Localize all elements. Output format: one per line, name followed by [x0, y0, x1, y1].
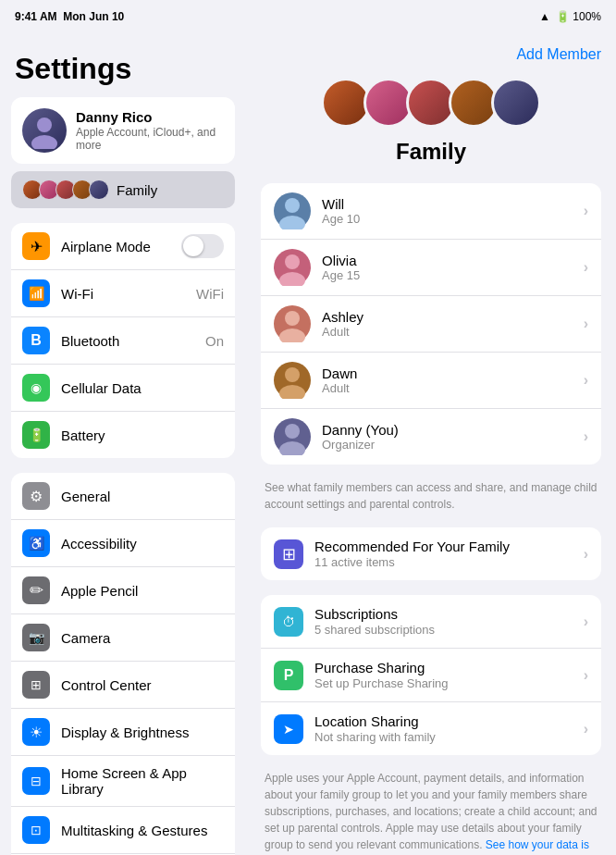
member-ashley[interactable]: Ashley Adult › [261, 296, 601, 353]
member-info-will: Will Age 10 [322, 196, 573, 226]
right-panel: Add Member Family [246, 33, 616, 855]
chevron-dawn: › [584, 372, 588, 389]
display-icon: ☀ [22, 718, 50, 746]
sidebar-item-home-screen[interactable]: ⊟ Home Screen & App Library [11, 756, 235, 807]
member-name-danny: Danny (You) [322, 422, 573, 438]
family-big-avatars [321, 78, 541, 128]
recommended-icon: ⊞ [274, 539, 303, 569]
feature-subscriptions[interactable]: ⏱ Subscriptions 5 shared subscriptions › [261, 595, 601, 649]
member-name-dawn: Dawn [322, 366, 573, 381]
sidebar-item-wifi[interactable]: 📶 Wi-Fi WiFi [11, 270, 235, 317]
member-info-olivia: Olivia Age 15 [322, 253, 573, 282]
general-label: General [61, 489, 224, 504]
family-note: See what family members can access and s… [261, 479, 601, 527]
svg-point-9 [279, 385, 305, 399]
chevron-recommended: › [584, 546, 588, 563]
feature-recommended[interactable]: ⊞ Recommended For Your Family 11 active … [261, 527, 601, 580]
purchase-sharing-info: Purchase Sharing Set up Purchase Sharing [314, 660, 573, 690]
chevron-danny: › [584, 428, 588, 445]
subscriptions-name: Subscriptions [314, 606, 573, 622]
airplane-toggle[interactable] [181, 234, 224, 258]
chevron-olivia: › [584, 259, 588, 276]
apple-pencil-label: Apple Pencil [61, 583, 224, 599]
wifi-value: WiFi [196, 286, 224, 302]
home-screen-label: Home Screen & App Library [61, 765, 224, 797]
recommended-name: Recommended For Your Family [314, 539, 573, 554]
svg-point-11 [279, 441, 305, 455]
wifi-label: Wi-Fi [61, 286, 185, 302]
member-sub-ashley: Adult [322, 325, 573, 339]
member-avatar-will [274, 192, 311, 229]
recommended-card: ⊞ Recommended For Your Family 11 active … [261, 527, 601, 580]
member-avatar-olivia [274, 249, 311, 286]
member-sub-dawn: Adult [322, 381, 573, 395]
sidebar-item-display[interactable]: ☀ Display & Brightness [11, 709, 235, 756]
status-bar: 9:41 AM Mon Jun 10 ▲ 🔋 100% [0, 0, 616, 33]
control-center-label: Control Center [61, 677, 224, 693]
member-name-ashley: Ashley [322, 309, 573, 325]
member-avatar-danny [274, 418, 311, 455]
member-name-will: Will [322, 196, 573, 212]
member-dawn[interactable]: Dawn Adult › [261, 353, 601, 409]
sidebar-item-cellular[interactable]: ◉ Cellular Data [11, 365, 235, 412]
add-member-button[interactable]: Add Member [516, 46, 601, 63]
location-sharing-icon: ➤ [274, 714, 303, 744]
svg-point-0 [37, 118, 52, 132]
subscriptions-sub: 5 shared subscriptions [314, 623, 573, 637]
status-indicators: ▲ 🔋 100% [539, 10, 601, 23]
accessibility-icon: ♿ [22, 529, 50, 557]
member-sub-danny: Organizer [322, 438, 573, 452]
accessibility-label: Accessibility [61, 536, 224, 551]
purchase-sharing-sub: Set up Purchase Sharing [314, 676, 573, 690]
sidebar-item-apple-pencil[interactable]: ✏ Apple Pencil [11, 567, 235, 614]
status-time: 9:41 AM Mon Jun 10 [15, 10, 124, 23]
location-sharing-name: Location Sharing [314, 713, 573, 729]
purchase-sharing-icon: P [274, 661, 303, 690]
apple-pencil-icon: ✏ [22, 576, 50, 604]
sidebar-item-battery[interactable]: 🔋 Battery [11, 412, 235, 458]
sidebar-item-camera[interactable]: 📷 Camera [11, 614, 235, 662]
chevron-location-sharing: › [584, 721, 588, 737]
feature-location-sharing[interactable]: ➤ Location Sharing Not sharing with fami… [261, 702, 601, 755]
sidebar-item-family[interactable]: Family [11, 171, 235, 208]
general-icon: ⚙ [22, 482, 50, 510]
battery-icon: 🔋 100% [556, 10, 601, 23]
camera-icon: 📷 [22, 624, 50, 651]
subscriptions-icon: ⏱ [274, 607, 303, 637]
airplane-icon: ✈ [22, 232, 50, 260]
profile-card[interactable]: Danny Rico Apple Account, iCloud+, and m… [11, 97, 235, 164]
multitasking-icon: ⊡ [22, 816, 50, 844]
sidebar-item-airplane[interactable]: ✈ Airplane Mode [11, 223, 235, 270]
sidebar-title: Settings [0, 33, 246, 97]
multitasking-label: Multitasking & Gestures [61, 823, 224, 838]
bluetooth-value: On [205, 333, 224, 349]
sidebar-item-multitasking[interactable]: ⊡ Multitasking & Gestures [11, 807, 235, 854]
home-screen-icon: ⊟ [22, 767, 50, 795]
member-avatar-dawn [274, 362, 311, 399]
profile-name: Danny Rico [76, 109, 224, 125]
member-olivia[interactable]: Olivia Age 15 › [261, 240, 601, 296]
sidebar-item-bluetooth[interactable]: B Bluetooth On [11, 317, 235, 365]
bluetooth-icon: B [22, 327, 50, 354]
section-general: ⚙ General ♿ Accessibility ✏ Apple Pencil… [11, 473, 235, 855]
svg-point-3 [279, 216, 305, 229]
subscriptions-info: Subscriptions 5 shared subscriptions [314, 606, 573, 637]
sidebar: Settings Danny Rico Apple Account, iClou… [0, 33, 246, 855]
member-name-olivia: Olivia [322, 253, 573, 268]
feature-purchase-sharing[interactable]: P Purchase Sharing Set up Purchase Shari… [261, 649, 601, 702]
sidebar-item-accessibility[interactable]: ♿ Accessibility [11, 520, 235, 567]
location-sharing-info: Location Sharing Not sharing with family [314, 713, 573, 744]
sidebar-item-control-center[interactable]: ⊞ Control Center [11, 662, 235, 709]
battery-label: Battery [61, 428, 224, 443]
member-danny[interactable]: Danny (You) Organizer › [261, 409, 601, 465]
chevron-will: › [584, 203, 588, 219]
sidebar-item-general[interactable]: ⚙ General [11, 473, 235, 520]
member-info-danny: Danny (You) Organizer [322, 422, 573, 452]
family-header: Family [261, 70, 601, 183]
sharing-card: ⏱ Subscriptions 5 shared subscriptions ›… [261, 595, 601, 755]
profile-subtitle: Apple Account, iCloud+, and more [76, 126, 224, 152]
section-connectivity: ✈ Airplane Mode 📶 Wi-Fi WiFi B Bluetooth… [11, 223, 235, 458]
member-will[interactable]: Will Age 10 › [261, 183, 601, 240]
airplane-label: Airplane Mode [61, 239, 170, 254]
member-avatar-ashley [274, 305, 311, 342]
